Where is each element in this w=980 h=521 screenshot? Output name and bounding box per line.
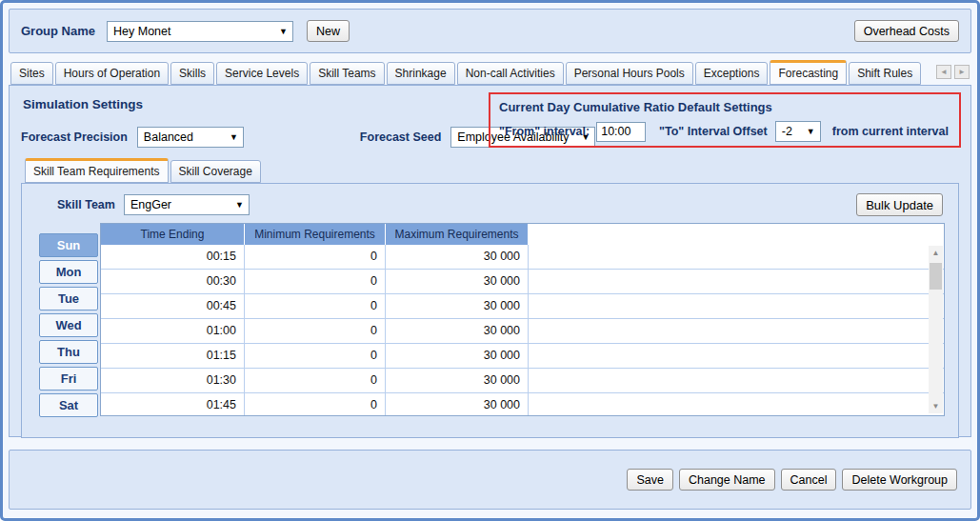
cumulative-ratio-title: Current Day Cumulative Ratio Default Set… — [499, 100, 950, 114]
scrollbar-thumb[interactable] — [930, 263, 942, 290]
change-name-button[interactable]: Change Name — [679, 469, 775, 491]
tab-non-call-activities[interactable]: Non-call Activities — [457, 62, 564, 85]
chevron-down-icon: ▼ — [807, 127, 815, 136]
column-header-minimum-requirements: Minimum Requirements — [245, 224, 386, 245]
tab-personal-hours-pools[interactable]: Personal Hours Pools — [566, 62, 693, 85]
day-button-wed[interactable]: Wed — [39, 313, 98, 337]
table-body: 00:15030 00000:30030 00000:45030 00001:0… — [101, 245, 944, 416]
tab-skills[interactable]: Skills — [170, 62, 214, 85]
vertical-scrollbar[interactable]: ▲ ▼ — [929, 246, 943, 413]
cumulative-ratio-row: "From" interval: "To" Interval Offset -2… — [499, 121, 950, 142]
scrollbar-up-icon[interactable]: ▲ — [929, 246, 943, 260]
bulk-update-button[interactable]: Bulk Update — [856, 193, 943, 216]
chevron-down-icon: ▼ — [230, 132, 238, 142]
skill-team-requirements-panel: Skill Team EngGer ▼ Bulk Update SunMonTu… — [21, 183, 959, 438]
skill-team-label: Skill Team — [57, 198, 115, 211]
table-row: 01:00030 000 — [101, 319, 944, 344]
forecast-precision-label: Forecast Precision — [21, 130, 128, 144]
cell-maximum-requirements[interactable]: 30 000 — [386, 393, 529, 416]
column-header-time-ending: Time Ending — [101, 224, 245, 245]
table-row: 00:45030 000 — [101, 294, 944, 319]
day-button-tue[interactable]: Tue — [39, 287, 98, 311]
to-offset-label: "To" Interval Offset — [659, 125, 768, 138]
cell-minimum-requirements[interactable]: 0 — [245, 270, 386, 293]
skill-team-value: EngGer — [130, 198, 171, 211]
cell-time-ending[interactable]: 01:15 — [101, 344, 245, 368]
to-offset-select[interactable]: -2 ▼ — [775, 121, 821, 142]
forecast-seed-label: Forecast Seed — [360, 130, 441, 144]
cell-time-ending[interactable]: 00:15 — [101, 245, 245, 269]
cell-maximum-requirements[interactable]: 30 000 — [386, 319, 529, 343]
cell-minimum-requirements[interactable]: 0 — [245, 245, 386, 269]
cell-minimum-requirements[interactable]: 0 — [245, 369, 386, 392]
chevron-down-icon: ▼ — [279, 27, 288, 36]
new-button[interactable]: New — [307, 20, 350, 42]
tab-sites[interactable]: Sites — [10, 62, 53, 85]
save-button[interactable]: Save — [627, 469, 673, 491]
cancel-button[interactable]: Cancel — [781, 469, 837, 491]
scrollbar-down-icon[interactable]: ▼ — [929, 399, 943, 413]
day-button-thu[interactable]: Thu — [39, 340, 98, 364]
tab-scroll-arrows: ◄ ► — [936, 65, 970, 85]
overhead-costs-button[interactable]: Overhead Costs — [854, 20, 959, 42]
tab-bar: SitesHours of OperationSkillsService Lev… — [9, 59, 971, 85]
table-header-row: Time EndingMinimum RequirementsMaximum R… — [101, 224, 944, 245]
tab-shrinkage[interactable]: Shrinkage — [387, 62, 455, 85]
cell-time-ending[interactable]: 01:45 — [101, 393, 245, 416]
table-row: 00:30030 000 — [101, 270, 944, 294]
cell-maximum-requirements[interactable]: 30 000 — [386, 270, 529, 293]
cell-maximum-requirements[interactable]: 30 000 — [386, 369, 529, 392]
tab-scroll-left-icon[interactable]: ◄ — [936, 65, 951, 79]
day-button-sat[interactable]: Sat — [39, 393, 98, 417]
skill-team-row: Skill Team EngGer ▼ Bulk Update — [35, 191, 945, 218]
from-interval-input[interactable] — [596, 122, 646, 142]
tab-exceptions[interactable]: Exceptions — [695, 62, 769, 85]
tab-list: SitesHours of OperationSkillsService Lev… — [10, 60, 923, 85]
forecast-precision-select[interactable]: Balanced ▼ — [137, 127, 244, 148]
cumulative-ratio-settings-box: Current Day Cumulative Ratio Default Set… — [489, 92, 961, 148]
tab-scroll-right-icon[interactable]: ► — [954, 65, 970, 79]
from-interval-label: "From" interval: — [499, 125, 590, 138]
table-row: 01:30030 000 — [101, 369, 944, 393]
to-offset-value: -2 — [782, 125, 792, 138]
cell-minimum-requirements[interactable]: 0 — [245, 344, 386, 368]
cell-time-ending[interactable]: 01:30 — [101, 369, 245, 392]
tab-skill-teams[interactable]: Skill Teams — [310, 62, 384, 85]
forecasting-panel: Simulation Settings Current Day Cumulati… — [9, 85, 971, 437]
cell-minimum-requirements[interactable]: 0 — [245, 393, 386, 416]
cell-maximum-requirements[interactable]: 30 000 — [386, 245, 529, 269]
day-button-sun[interactable]: Sun — [39, 233, 98, 257]
cell-maximum-requirements[interactable]: 30 000 — [386, 294, 529, 318]
day-button-fri[interactable]: Fri — [39, 367, 98, 391]
cell-time-ending[interactable]: 00:30 — [101, 270, 245, 293]
group-name-select[interactable]: Hey Monet ▼ — [107, 21, 293, 42]
day-button-mon[interactable]: Mon — [39, 260, 98, 284]
requirements-grid-area: SunMonTueWedThuFriSat Time EndingMinimum… — [39, 223, 945, 420]
cell-minimum-requirements[interactable]: 0 — [245, 319, 386, 343]
footer-action-bar: SaveChange NameCancelDelete Workgroup — [9, 450, 971, 510]
tab-hours-of-operation[interactable]: Hours of Operation — [55, 62, 169, 85]
table-row: 01:45030 000 — [101, 393, 944, 416]
cell-time-ending[interactable]: 01:00 — [101, 319, 245, 343]
table-row: 00:15030 000 — [101, 245, 944, 270]
sub-tab-bar: Skill Team RequirementsSkill Coverage — [21, 159, 959, 183]
day-selector-column: SunMonTueWedThuFriSat — [39, 233, 98, 420]
requirements-scroll-container: Time EndingMinimum RequirementsMaximum R… — [100, 223, 945, 416]
cell-minimum-requirements[interactable]: 0 — [245, 294, 386, 318]
cell-maximum-requirements[interactable]: 30 000 — [386, 344, 529, 368]
table-row: 01:15030 000 — [101, 344, 944, 369]
sub-tab-skill-coverage[interactable]: Skill Coverage — [170, 160, 261, 183]
skill-team-select[interactable]: EngGer ▼ — [124, 194, 250, 215]
group-name-value: Hey Monet — [113, 25, 170, 38]
tab-forecasting[interactable]: Forecasting — [770, 60, 847, 85]
tab-service-levels[interactable]: Service Levels — [216, 62, 308, 85]
from-current-interval-label: from current interval — [832, 125, 949, 138]
cell-time-ending[interactable]: 00:45 — [101, 294, 245, 318]
tab-shift-rules[interactable]: Shift Rules — [849, 62, 921, 85]
column-header-maximum-requirements: Maximum Requirements — [386, 224, 529, 245]
group-name-label: Group Name — [21, 24, 95, 38]
sub-tab-skill-team-requirements[interactable]: Skill Team Requirements — [25, 158, 169, 183]
delete-workgroup-button[interactable]: Delete Workgroup — [842, 469, 957, 491]
forecast-precision-value: Balanced — [144, 130, 193, 144]
workgroup-window: Group Name Hey Monet ▼ New Overhead Cost… — [0, 0, 980, 521]
